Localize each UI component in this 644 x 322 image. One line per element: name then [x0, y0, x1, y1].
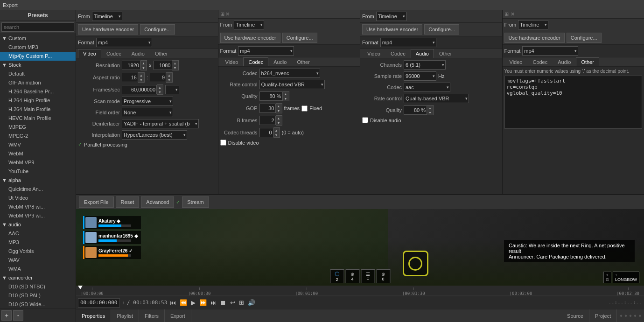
- export-file-button[interactable]: Export File: [79, 196, 114, 208]
- panel2-bframes-down[interactable]: ▼: [276, 120, 282, 125]
- sidebar-item-webmvp8[interactable]: WebM VP8 wi...: [0, 203, 76, 211]
- bottom-tab-filters[interactable]: Filters: [139, 309, 165, 322]
- sidebar-item-alpha-group[interactable]: ▼ alpha: [0, 176, 76, 185]
- step-back-button[interactable]: ⏪: [179, 298, 188, 308]
- panel1-asp-h-up[interactable]: ▲: [166, 73, 172, 77]
- panel2-format-select[interactable]: mp4: [238, 46, 294, 56]
- remove-preset-button[interactable]: -: [13, 310, 23, 321]
- sidebar-item-aac[interactable]: AAC: [0, 229, 76, 238]
- search-input[interactable]: [1, 22, 74, 32]
- panel2-disable-video-checkbox[interactable]: [220, 140, 226, 146]
- source-tab-source[interactable]: Source: [561, 309, 589, 322]
- panel2-tab-video[interactable]: Video: [220, 57, 244, 66]
- panel2-from-select[interactable]: Timeline: [234, 20, 264, 29]
- sidebar-item-h264high[interactable]: H.264 High Profile: [0, 96, 76, 105]
- panel4-tab-video[interactable]: Video: [504, 57, 528, 66]
- panel1-res-h-input[interactable]: [154, 61, 172, 70]
- sidebar-item-quicktime[interactable]: Quicktime An...: [0, 185, 76, 194]
- panel1-format-select[interactable]: mp4: [96, 38, 152, 47]
- advanced-button[interactable]: Advanced: [141, 196, 174, 208]
- sidebar-item-wma[interactable]: WMA: [0, 265, 76, 273]
- sidebar-item-d10pal[interactable]: D10 (SD PAL): [0, 291, 76, 300]
- panel1-fps-up[interactable]: ▲: [157, 85, 163, 90]
- panel4-other-textarea[interactable]: movflags=+faststart rc=constqp vglobal_q…: [504, 76, 643, 129]
- panel1-tab-audio[interactable]: Audio: [126, 49, 150, 58]
- stream-button[interactable]: Stream: [182, 196, 209, 208]
- sidebar-item-stock-group[interactable]: ▼ Stock: [0, 61, 76, 70]
- panel3-quality-up[interactable]: ▲: [427, 105, 433, 110]
- panel3-sample-select[interactable]: 96000: [404, 71, 436, 81]
- bottom-tab-properties[interactable]: Properties: [76, 309, 111, 322]
- sidebar-item-hevc[interactable]: HEVC Main Profile: [0, 114, 76, 123]
- panel3-format-select[interactable]: mp4: [380, 38, 436, 47]
- panel2-rate-select[interactable]: Quality-based VBR: [259, 80, 325, 89]
- panel4-tab-codec[interactable]: Codec: [527, 57, 553, 66]
- panel2-bframes-input[interactable]: [259, 116, 276, 125]
- panel2-tab-other[interactable]: Other: [292, 57, 315, 66]
- panel2-threads-input[interactable]: [259, 128, 273, 137]
- panel1-res-h-up[interactable]: ▲: [172, 61, 178, 65]
- panel3-from-select[interactable]: Timeline: [376, 12, 406, 21]
- panel2-quality-up[interactable]: ▲: [283, 91, 289, 96]
- sidebar-item-camcorder-group[interactable]: ▼ camcorder: [0, 273, 76, 282]
- panel1-asp-h-input[interactable]: [150, 73, 166, 82]
- panel3-tab-video[interactable]: Video: [362, 49, 385, 58]
- grid-button[interactable]: ⊞: [238, 298, 245, 308]
- panel4-tab-audio[interactable]: Audio: [553, 57, 576, 66]
- source-tab-project[interactable]: Project: [589, 309, 617, 322]
- sidebar-item-youtube[interactable]: YouTube: [0, 167, 76, 176]
- panel1-fps-down[interactable]: ▼: [157, 90, 163, 94]
- step-forward-button[interactable]: ⏩: [198, 298, 208, 308]
- panel1-scan-select[interactable]: Progressive: [122, 97, 173, 106]
- panel1-interp-select[interactable]: Hyper/Lanczos (best): [122, 130, 187, 140]
- sidebar-item-audio-group[interactable]: ▼ audio: [0, 220, 76, 229]
- panel2-threads-down[interactable]: ▼: [273, 133, 280, 137]
- panel4-hw-encoder-button[interactable]: Use hardware encoder: [504, 33, 565, 43]
- add-preset-button[interactable]: +: [1, 310, 12, 321]
- panel1-fps-mode-select[interactable]: [165, 85, 179, 94]
- panel1-asp-h-down[interactable]: ▼: [166, 77, 172, 82]
- sidebar-item-custom-p4[interactable]: M(p4)y Custom P...: [0, 52, 76, 61]
- panel2-gop-up[interactable]: ▲: [276, 104, 282, 108]
- sidebar-item-mp3[interactable]: MP3: [0, 238, 76, 247]
- sidebar-item-d10wide1[interactable]: D10 (SD Wide...: [0, 300, 76, 308]
- panel1-res-w-down[interactable]: ▼: [140, 65, 147, 70]
- panel1-from-select[interactable]: Timeline: [92, 12, 122, 21]
- sidebar-item-utvideo[interactable]: Ut Video: [0, 194, 76, 203]
- panel3-rate-select[interactable]: Quality-based VBR: [404, 94, 469, 103]
- panel1-fps-input[interactable]: [122, 85, 157, 94]
- sidebar-item-ogg[interactable]: Ogg Vorbis: [0, 247, 76, 256]
- panel1-hw-encoder-button[interactable]: Use hardware encoder: [78, 24, 138, 35]
- panel3-hw-encoder-button[interactable]: Use hardware encoder: [362, 24, 422, 35]
- panel2-hw-encoder-button[interactable]: Use hardware encoder: [220, 33, 280, 43]
- panel4-from-select[interactable]: Timeline: [518, 20, 548, 29]
- panel2-codec-select[interactable]: h264_nvenc: [259, 69, 320, 78]
- bottom-tab-export[interactable]: Export: [165, 309, 191, 322]
- panel3-quality-input[interactable]: [404, 105, 427, 115]
- panel2-threads-up[interactable]: ▲: [273, 128, 280, 133]
- panel4-format-select[interactable]: mp4: [522, 46, 578, 56]
- panel3-quality-down[interactable]: ▼: [427, 110, 433, 115]
- panel1-configure-button[interactable]: Configure...: [140, 24, 175, 35]
- bottom-tab-playlist[interactable]: Playlist: [111, 309, 139, 322]
- panel3-disable-audio-checkbox[interactable]: [362, 117, 368, 123]
- sidebar-item-d10ntsc[interactable]: D10 (SD NTSC): [0, 282, 76, 291]
- sidebar-item-wmv[interactable]: WMV: [0, 140, 76, 149]
- panel1-res-h-down[interactable]: ▼: [172, 65, 178, 70]
- sidebar-item-gif[interactable]: GIF Animation: [0, 78, 76, 87]
- panel1-asp-w-down[interactable]: ▼: [138, 77, 144, 82]
- sidebar-item-wav[interactable]: WAV: [0, 256, 76, 265]
- play-button[interactable]: ▶: [190, 298, 196, 308]
- sidebar-item-h264base[interactable]: H.264 Baseline Pr...: [0, 87, 76, 96]
- sidebar-item-custom-mp3[interactable]: Custom MP3: [0, 43, 76, 52]
- panel2-quality-down[interactable]: ▼: [283, 96, 289, 101]
- skip-to-start-button[interactable]: ⏮: [169, 298, 177, 308]
- panel1-res-w-up[interactable]: ▲: [140, 61, 147, 65]
- panel1-field-select[interactable]: None: [122, 108, 173, 117]
- sidebar-item-mjpeg[interactable]: MJPEG: [0, 123, 76, 132]
- toggle-loop-button[interactable]: ↩: [229, 298, 236, 308]
- sidebar-item-custom-group[interactable]: ▼ Custom: [0, 34, 76, 43]
- panel3-configure-button[interactable]: Configure...: [424, 24, 459, 35]
- sidebar-item-mpeg2[interactable]: MPEG-2: [0, 132, 76, 140]
- panel2-bframes-up[interactable]: ▲: [276, 116, 282, 120]
